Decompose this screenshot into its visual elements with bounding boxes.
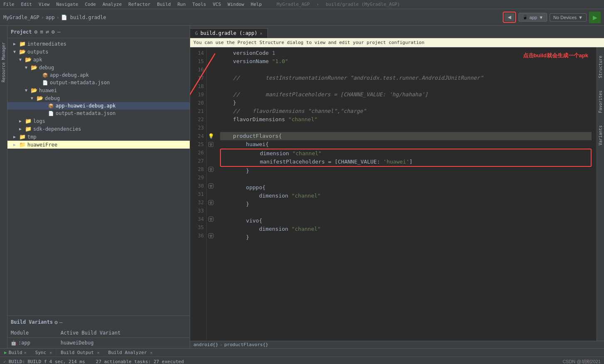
bottom-content: ✓ BUILD: BUILD f 4 sec, 214 ms 27 action… <box>0 357 604 364</box>
breadcrumb-file[interactable]: 📄 build.gradle <box>61 15 106 20</box>
menu-window[interactable]: Window <box>227 2 244 7</box>
menu-tools[interactable]: Tools <box>192 2 206 7</box>
menu-run[interactable]: Run <box>177 2 186 7</box>
bottom-panel: ▶ Build ✕ Sync ✕ Build Output ✕ Build An… <box>0 348 604 364</box>
dropdown-icon: ▼ <box>539 15 543 20</box>
menu-vcs[interactable]: VCS <box>213 2 221 7</box>
sync-icon[interactable]: ⇄ <box>46 29 49 35</box>
menu-file[interactable]: File <box>3 2 15 7</box>
tree-item-app-huawei-debug-apk[interactable]: ▶ 📦 app-huawei-debug.apk <box>7 102 190 110</box>
menu-help[interactable]: Help <box>251 2 262 7</box>
menu-analyze[interactable]: Analyze <box>103 2 122 7</box>
menu-edit[interactable]: Edit <box>21 2 32 7</box>
close-panel-icon[interactable]: — <box>57 29 61 35</box>
code-line-22: flavorDimensions "channel" <box>220 115 592 124</box>
app-selector[interactable]: 📱 app ▼ <box>518 13 547 22</box>
back-button[interactable]: ◀ <box>504 13 514 21</box>
bv-minimize-icon[interactable]: — <box>59 319 63 325</box>
bottom-tab-build[interactable]: ▶ Build ✕ <box>0 349 31 357</box>
side-tab-resource-manager[interactable]: Resource Manager <box>1 42 6 82</box>
code-line-33 <box>220 208 592 217</box>
code-area[interactable]: 点击build就会生成一个apk versionCode 1 versionNa… <box>215 47 597 341</box>
tree-item-logs[interactable]: ▶ 📁 logs <box>7 117 190 125</box>
breadcrumb: MyGradle_AGP › app › 📄 build.gradle <box>3 15 500 20</box>
tree-item-app-debug-apk[interactable]: ▶ 📦 app-debug.apk <box>7 71 190 79</box>
editor-content: 14 15 16 17 18 19 20 21 22 23 24 25 26 2… <box>190 47 604 341</box>
code-line-16 <box>220 66 592 74</box>
bottom-tab-build-analyzer[interactable]: Build Analyzer ✕ <box>104 349 157 357</box>
build-output-tab-close[interactable]: ✕ <box>97 350 100 355</box>
dropdown-icon: ▼ <box>578 15 583 20</box>
code-line-24: productFlavors{ <box>220 132 592 140</box>
project-tree: ▶ 📁 intermediates ▼ 📂 outputs ▼ 📂 apk <box>7 38 190 315</box>
no-devices-button[interactable]: No Devices ▼ <box>550 13 587 22</box>
build-status-label: BUILD: <box>9 359 25 364</box>
tree-item-apk[interactable]: ▼ 📂 apk <box>7 56 190 64</box>
breadcrumb-project[interactable]: MyGradle_AGP <box>3 15 39 20</box>
bv-variant-cell[interactable]: huaweiDebug <box>57 339 97 347</box>
collapse-icon[interactable]: ≡ <box>40 29 43 35</box>
project-header: Project ⚙ ≡ ⇄ ⚙ — <box>7 26 190 38</box>
menu-refactor[interactable]: Refactor <box>128 2 150 7</box>
tree-item-output-metadata-1[interactable]: ▶ 📄 output-metadata.json <box>7 79 190 86</box>
fold-icon-32[interactable]: ▽ <box>208 200 213 205</box>
bottom-tab-sync[interactable]: Sync ✕ <box>31 349 57 357</box>
red-box-highlight: dimension "channel" manifestPlaceholders… <box>220 149 592 167</box>
code-line-18 <box>220 82 592 90</box>
variants-tab[interactable]: Variants <box>598 125 603 145</box>
menu-view[interactable]: View <box>39 2 50 7</box>
tree-item-tmp[interactable]: ▶ 📁 tmp <box>7 133 190 141</box>
build-result: BUILD f <box>27 359 46 364</box>
code-line-20: } <box>220 99 592 107</box>
breadcrumb-app[interactable]: app <box>46 15 55 20</box>
code-line-34: vivo{ <box>220 217 592 225</box>
tree-item-sdk-dependencies[interactable]: ▶ 📁 sdk-dependencies <box>7 125 190 133</box>
left-side-tabs: Resource Manager <box>0 26 7 348</box>
build-analyzer-tab-close[interactable]: ✕ <box>150 350 153 355</box>
bottom-tab-build-output[interactable]: Build Output ✕ <box>56 349 104 357</box>
code-line-29 <box>220 175 592 183</box>
structure-tab[interactable]: Structure <box>598 56 603 78</box>
editor-tabs: G build.gradle (:app) ✕ <box>190 26 604 38</box>
bv-settings-icon[interactable]: ⚙ <box>54 319 58 325</box>
tree-item-intermediates[interactable]: ▶ 📁 intermediates <box>7 40 190 48</box>
tree-item-debug2[interactable]: ▼ 📂 debug <box>7 94 190 102</box>
code-line-28: } <box>220 167 592 175</box>
tree-item-output-metadata-2[interactable]: ▶ 📄 output-metadata.json <box>7 110 190 117</box>
tree-item-outputs[interactable]: ▼ 📂 outputs <box>7 48 190 56</box>
android-icon: 🤖 <box>11 340 17 346</box>
code-line-26: dimension "channel" <box>221 149 591 158</box>
code-line-36: } <box>220 233 592 242</box>
tree-item-huawei-free[interactable]: ▶ 📁 huaweiFree <box>7 141 190 149</box>
favorites-tab[interactable]: Favorites <box>598 90 603 113</box>
fold-icon-28[interactable]: ▽ <box>208 167 213 172</box>
menu-code[interactable]: Code <box>85 2 96 7</box>
editor-breadcrumb: android{} › productFlavors{} <box>190 341 604 348</box>
fold-icon-34[interactable]: ▽ <box>208 217 213 222</box>
build-variants-header: Build Variants ⚙ — <box>7 316 190 328</box>
gear-icon[interactable]: ⚙ <box>51 29 55 35</box>
menu-build[interactable]: Build <box>157 2 171 7</box>
bottom-tabs: ▶ Build ✕ Sync ✕ Build Output ✕ Build An… <box>0 349 604 357</box>
tree-item-debug1[interactable]: ▼ 📂 debug <box>7 64 190 71</box>
back-button-highlighted: ◀ <box>503 12 516 23</box>
project-settings-icon[interactable]: ⚙ <box>34 29 38 35</box>
build-tab-close[interactable]: ✕ <box>24 350 27 355</box>
fold-icon-25[interactable]: ▽ <box>208 142 213 147</box>
success-icon: ✓ <box>3 359 6 364</box>
code-line-27: manifestPlaceholders = [CHANNE_VALUE: 'h… <box>221 158 591 166</box>
fold-icon-36[interactable]: ▽ <box>208 233 213 238</box>
col-module: Module <box>7 328 57 337</box>
menu-navigate[interactable]: Navigate <box>56 2 78 7</box>
run-button[interactable]: ▶ <box>589 12 601 23</box>
line-numbers: 14 15 16 17 18 19 20 21 22 23 24 25 26 2… <box>190 47 207 341</box>
bc-product-flavors: productFlavors{} <box>224 342 268 347</box>
fold-icon-30[interactable]: ▽ <box>208 183 213 188</box>
tab-close-icon[interactable]: ✕ <box>260 31 262 36</box>
project-panel-title: Project <box>11 29 32 35</box>
gutter: 💡 ▽ ▽ ▽ ▽ ▽ <box>207 47 215 341</box>
tree-item-huawei[interactable]: ▼ 📂 huawei <box>7 86 190 94</box>
sync-tab-close[interactable]: ✕ <box>49 350 52 355</box>
toolbar-right: ◀ 📱 app ▼ No Devices ▼ ▶ <box>503 12 601 23</box>
tab-build-gradle[interactable]: G build.gradle (:app) ✕ <box>190 28 268 38</box>
